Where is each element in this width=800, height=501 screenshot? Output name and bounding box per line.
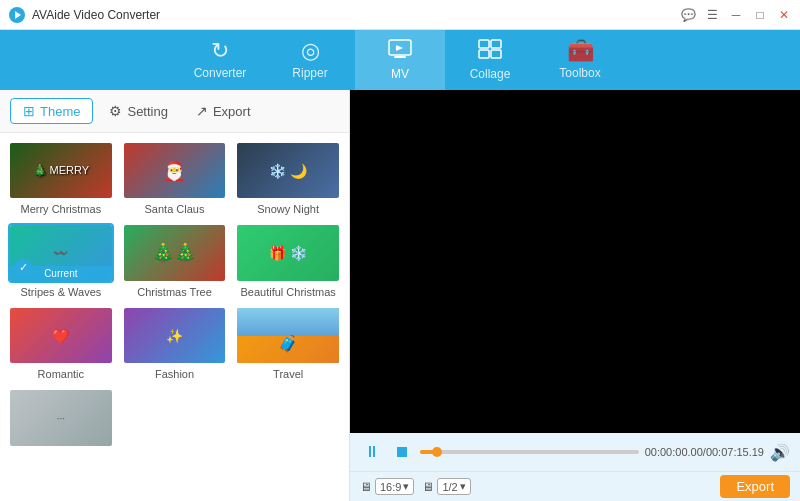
nav-converter-label: Converter: [194, 66, 247, 80]
theme-label-fashion: Fashion: [155, 368, 194, 380]
zoom-chevron-icon: ▾: [460, 480, 466, 493]
right-panel: ⏸ ⏹ 00:00:00.00/00:07:15.19 🔊 🖥 16:9 ▾ 🖥: [350, 90, 800, 501]
converter-icon: ↻: [211, 40, 229, 62]
toolbox-icon: 🧰: [567, 40, 594, 62]
progress-track[interactable]: [420, 450, 639, 454]
theme-more[interactable]: ···: [8, 388, 114, 450]
player-controls: ⏸ ⏹ 00:00:00.00/00:07:15.19 🔊: [350, 433, 800, 471]
svg-rect-6: [479, 50, 489, 58]
window-controls: 💬 ☰ ─ □ ✕: [680, 7, 792, 23]
theme-beautiful-christmas[interactable]: 🎁 ❄️ Beautiful Christmas: [235, 223, 341, 297]
tab-theme-label: Theme: [40, 104, 80, 119]
svg-rect-4: [479, 40, 489, 48]
main-content: ⊞ Theme ⚙ Setting ↗ Export 🎄 MERRY Merry: [0, 90, 800, 501]
chevron-down-icon: ▾: [403, 480, 409, 493]
nav-toolbox[interactable]: 🧰 Toolbox: [535, 30, 625, 90]
close-button[interactable]: ✕: [776, 7, 792, 23]
svg-rect-7: [491, 50, 501, 58]
tab-theme[interactable]: ⊞ Theme: [10, 98, 93, 124]
theme-label-santa: Santa Claus: [145, 203, 205, 215]
nav-mv-label: MV: [391, 67, 409, 81]
mv-icon: [388, 39, 412, 63]
zoom-select: 🖥 1/2 ▾: [422, 478, 470, 495]
progress-thumb: [432, 447, 442, 457]
theme-christmas-tree[interactable]: 🎄🎄 Christmas Tree: [122, 223, 228, 297]
svg-rect-5: [491, 40, 501, 48]
theme-travel[interactable]: 🧳 Travel: [235, 306, 341, 380]
selected-check-icon: ✓: [14, 259, 32, 277]
app-title: AVAide Video Converter: [32, 8, 680, 22]
nav-collage-label: Collage: [470, 67, 511, 81]
zoom-dropdown[interactable]: 1/2 ▾: [437, 478, 470, 495]
svg-rect-3: [394, 56, 406, 58]
theme-merry-christmas[interactable]: 🎄 MERRY Merry Christmas: [8, 141, 114, 215]
collage-icon: [478, 39, 502, 63]
minimize-button[interactable]: ─: [728, 7, 744, 23]
theme-label-beautiful: Beautiful Christmas: [240, 286, 335, 298]
title-bar: AVAide Video Converter 💬 ☰ ─ □ ✕: [0, 0, 800, 30]
theme-stripes-waves[interactable]: 〰️ ✓ Current Stripes & Waves: [8, 223, 114, 297]
nav-converter[interactable]: ↻ Converter: [175, 30, 265, 90]
nav-collage[interactable]: Collage: [445, 30, 535, 90]
left-panel: ⊞ Theme ⚙ Setting ↗ Export 🎄 MERRY Merry: [0, 90, 350, 501]
theme-fashion[interactable]: ✨ Fashion: [122, 306, 228, 380]
theme-label-christmas: Merry Christmas: [20, 203, 101, 215]
monitor-icon: 🖥: [360, 480, 372, 494]
theme-label-xmas-tree: Christmas Tree: [137, 286, 212, 298]
volume-icon[interactable]: 🔊: [770, 443, 790, 462]
time-display: 00:00:00.00/00:07:15.19: [645, 446, 764, 458]
ripper-icon: ◎: [301, 40, 320, 62]
stop-button[interactable]: ⏹: [390, 441, 414, 463]
theme-grid: 🎄 MERRY Merry Christmas 🎅 Santa Claus ❄️…: [0, 133, 349, 501]
menu-button[interactable]: ☰: [704, 7, 720, 23]
theme-santa-claus[interactable]: 🎅 Santa Claus: [122, 141, 228, 215]
export-tab-icon: ↗: [196, 103, 208, 119]
theme-label-romantic: Romantic: [38, 368, 84, 380]
sub-tabs: ⊞ Theme ⚙ Setting ↗ Export: [0, 90, 349, 133]
chat-button[interactable]: 💬: [680, 7, 696, 23]
nav-bar: ↻ Converter ◎ Ripper MV Collage 🧰 To: [0, 30, 800, 90]
nav-toolbox-label: Toolbox: [559, 66, 600, 80]
theme-snowy-night[interactable]: ❄️ 🌙 Snowy Night: [235, 141, 341, 215]
theme-label-travel: Travel: [273, 368, 303, 380]
app-logo: [8, 6, 26, 24]
maximize-button[interactable]: □: [752, 7, 768, 23]
aspect-ratio-select: 🖥 16:9 ▾: [360, 478, 414, 495]
export-button[interactable]: Export: [720, 475, 790, 498]
theme-label-stripes: Stripes & Waves: [20, 286, 101, 298]
aspect-ratio-dropdown[interactable]: 16:9 ▾: [375, 478, 414, 495]
zoom-icon: 🖥: [422, 480, 434, 494]
setting-tab-icon: ⚙: [109, 103, 122, 119]
tab-setting[interactable]: ⚙ Setting: [97, 99, 179, 123]
nav-ripper[interactable]: ◎ Ripper: [265, 30, 355, 90]
nav-mv[interactable]: MV: [355, 30, 445, 90]
tab-export-label: Export: [213, 104, 251, 119]
play-pause-button[interactable]: ⏸: [360, 441, 384, 463]
bottom-controls: 🖥 16:9 ▾ 🖥 1/2 ▾ Export: [350, 471, 800, 501]
video-preview: [350, 90, 800, 433]
tab-export[interactable]: ↗ Export: [184, 99, 263, 123]
theme-romantic[interactable]: ❤️ Romantic: [8, 306, 114, 380]
theme-label-snowy: Snowy Night: [257, 203, 319, 215]
theme-tab-icon: ⊞: [23, 103, 35, 119]
tab-setting-label: Setting: [127, 104, 167, 119]
nav-ripper-label: Ripper: [292, 66, 327, 80]
